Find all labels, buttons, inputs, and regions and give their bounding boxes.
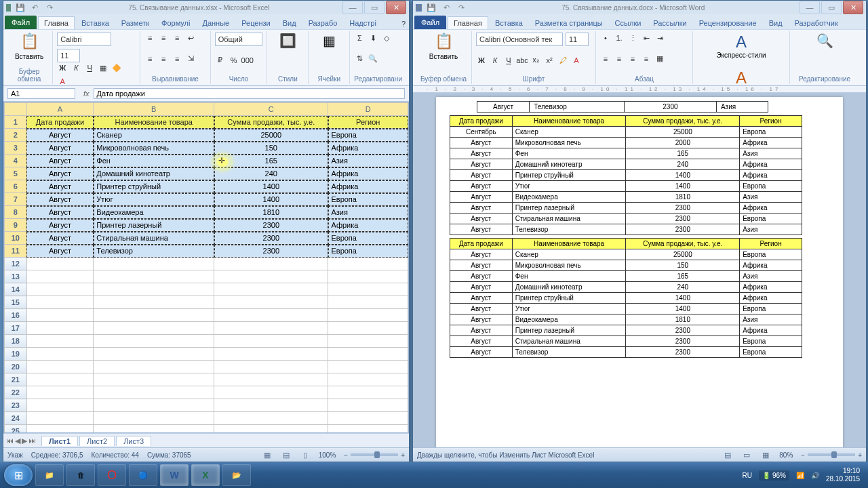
change-styles-icon[interactable]: A	[736, 68, 747, 87]
zoom-out-icon[interactable]: −	[344, 451, 348, 459]
paste-icon[interactable]: 📋	[20, 33, 39, 50]
tab-formulas[interactable]: Формулі	[156, 17, 195, 29]
maximize-button[interactable]: ▭	[821, 1, 842, 14]
tab-dev[interactable]: Разрабо	[303, 17, 343, 29]
align-left-icon[interactable]: ≡	[600, 54, 611, 64]
tab-addins[interactable]: Надстрі	[344, 17, 382, 29]
start-button[interactable]: ⊞	[4, 464, 33, 486]
align-right-icon[interactable]: ≡	[172, 54, 182, 64]
tab-dev[interactable]: Разработчик	[789, 17, 844, 29]
tab-file[interactable]: Файл	[5, 16, 37, 29]
merge-icon[interactable]: ⇲	[185, 54, 196, 64]
tab-home[interactable]: Главна	[38, 16, 75, 29]
tab-layout[interactable]: Разметк	[116, 17, 155, 29]
sheet-tab-2[interactable]: Лист2	[79, 436, 115, 446]
tab-mail[interactable]: Рассылки	[648, 17, 692, 29]
tab-file[interactable]: Файл	[414, 16, 446, 29]
tab-refs[interactable]: Ссылки	[610, 17, 647, 29]
fx-icon[interactable]: fx	[79, 89, 94, 98]
tab-home[interactable]: Главная	[448, 16, 488, 29]
sort-icon[interactable]: ⇅	[354, 54, 365, 64]
bullets-icon[interactable]: •	[600, 33, 611, 43]
sheet-nav-first[interactable]: ⏮	[6, 436, 14, 445]
tray-lang[interactable]: RU	[742, 472, 751, 479]
fill-icon[interactable]: ⬇	[368, 33, 378, 43]
tray-network-icon[interactable]: 📶	[796, 472, 804, 479]
align-left-icon[interactable]: ≡	[144, 54, 155, 64]
bold-icon[interactable]: Ж	[476, 55, 487, 66]
formula-input[interactable]: Дата продажи	[94, 88, 405, 99]
save-icon[interactable]: 💾	[15, 2, 26, 13]
view-layout-icon[interactable]: ▤	[281, 449, 292, 460]
fill-color-icon[interactable]: 🔶	[111, 62, 122, 73]
tab-insert[interactable]: Вставка	[490, 17, 528, 29]
bold-icon[interactable]: Ж	[57, 62, 68, 73]
redo-icon[interactable]: ↷	[45, 2, 56, 13]
save-icon[interactable]: 💾	[426, 2, 437, 13]
zoom-in-icon[interactable]: +	[401, 451, 405, 459]
sheet-nav-prev[interactable]: ◀	[15, 436, 20, 445]
zoom-slider[interactable]	[808, 453, 855, 456]
task-word[interactable]: W	[160, 464, 189, 486]
align-right-icon[interactable]: ≡	[627, 54, 638, 64]
view-break-icon[interactable]: ▯	[300, 449, 311, 460]
tray-battery[interactable]: 🔋 96%	[759, 470, 789, 481]
align-center-icon[interactable]: ≡	[158, 54, 169, 64]
paste-icon[interactable]: 📋	[435, 33, 453, 50]
tab-data[interactable]: Данные	[197, 17, 235, 29]
tab-view[interactable]: Вид	[277, 17, 302, 29]
sub-icon[interactable]: x₂	[530, 55, 541, 66]
close-button[interactable]: ✕	[386, 1, 406, 14]
view-read-icon[interactable]: ▭	[741, 449, 752, 460]
view-normal-icon[interactable]: ▦	[262, 449, 273, 460]
name-box[interactable]: A1	[7, 88, 75, 99]
tray-sound-icon[interactable]: 🔊	[811, 472, 819, 479]
sheet-tab-3[interactable]: Лист3	[116, 436, 151, 446]
tray-clock[interactable]: 19:1028.10.2015	[826, 467, 860, 483]
autosum-icon[interactable]: Σ	[354, 33, 365, 43]
task-explorer[interactable]: 📁	[35, 464, 64, 486]
tab-insert[interactable]: Вставка	[76, 17, 115, 29]
task-opera[interactable]: O	[98, 464, 126, 486]
indent-dec-icon[interactable]: ⇤	[641, 33, 652, 43]
tab-layout[interactable]: Разметка страницы	[530, 17, 608, 29]
wrap-icon[interactable]: ↩	[185, 33, 196, 43]
numbering-icon[interactable]: 1.	[614, 33, 625, 43]
undo-icon[interactable]: ↶	[441, 2, 452, 13]
task-chrome[interactable]: 🔵	[129, 464, 157, 486]
find-icon[interactable]: 🔍	[368, 54, 378, 64]
cells-icon[interactable]: ▦	[313, 33, 345, 49]
currency-icon[interactable]: ₽	[215, 55, 226, 66]
shading-icon[interactable]: ▦	[654, 54, 665, 64]
font-name[interactable]: Calibri	[57, 33, 111, 46]
tab-view[interactable]: Вид	[764, 17, 788, 29]
task-folder[interactable]: 📂	[222, 464, 251, 486]
minimize-button[interactable]: —	[800, 1, 820, 14]
help-icon[interactable]: ?	[398, 18, 409, 29]
undo-icon[interactable]: ↶	[30, 2, 41, 13]
clear-icon[interactable]: ◇	[381, 33, 392, 43]
minimize-button[interactable]: —	[342, 1, 363, 14]
task-excel[interactable]: X	[191, 464, 220, 486]
document-area[interactable]: · 1 · 2 · 3 · 4 · 5 · 6 · 7 · 8 · 9 · 10…	[413, 86, 866, 447]
underline-icon[interactable]: Ч	[84, 62, 95, 73]
font-size[interactable]: 11	[566, 33, 589, 46]
italic-icon[interactable]: К	[71, 62, 81, 73]
sheet-nav-next[interactable]: ▶	[22, 436, 27, 445]
percent-icon[interactable]: %	[229, 55, 239, 66]
quick-styles-icon[interactable]: A	[736, 33, 747, 51]
border-icon[interactable]: ▦	[98, 62, 108, 73]
indent-inc-icon[interactable]: ⇥	[654, 33, 665, 43]
font-name[interactable]: Calibri (Основной тек	[476, 33, 563, 46]
align-mid-icon[interactable]: ≡	[158, 33, 169, 43]
tab-review[interactable]: Рецензирование	[694, 17, 762, 29]
align-bot-icon[interactable]: ≡	[172, 33, 182, 43]
multilevel-icon[interactable]: ⋮	[627, 33, 638, 43]
underline-icon[interactable]: Ч	[503, 55, 514, 66]
sheet-area[interactable]: ABCD1Дата продажиНаименование товараСумм…	[3, 102, 409, 433]
zoom-slider[interactable]	[351, 453, 398, 456]
align-just-icon[interactable]: ≡	[641, 54, 652, 64]
font-color-icon[interactable]: A	[571, 55, 582, 66]
styles-icon[interactable]: 🔲	[271, 33, 304, 49]
view-web-icon[interactable]: ▦	[760, 449, 771, 460]
